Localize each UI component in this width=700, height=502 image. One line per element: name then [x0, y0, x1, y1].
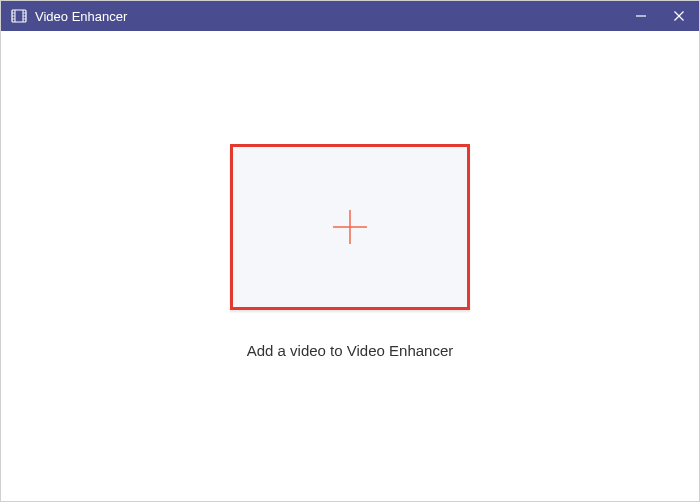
- app-title: Video Enhancer: [35, 9, 629, 24]
- main-content: Add a video to Video Enhancer: [1, 31, 699, 501]
- titlebar: Video Enhancer: [1, 1, 699, 31]
- close-button[interactable]: [667, 4, 691, 28]
- minimize-button[interactable]: [629, 4, 653, 28]
- add-video-dropzone[interactable]: [230, 144, 470, 310]
- instruction-text: Add a video to Video Enhancer: [247, 342, 454, 359]
- app-icon: [11, 8, 27, 24]
- window-controls: [629, 4, 691, 28]
- plus-icon: [330, 207, 370, 247]
